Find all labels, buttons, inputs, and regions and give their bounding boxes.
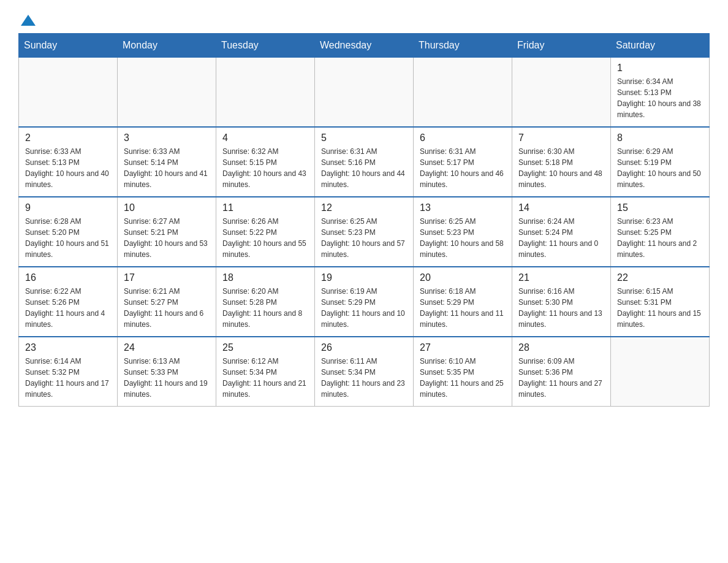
day-info: Sunrise: 6:13 AM Sunset: 5:33 PM Dayligh… — [124, 356, 210, 400]
day-info: Sunrise: 6:31 AM Sunset: 5:17 PM Dayligh… — [420, 146, 506, 190]
calendar-week-row: 9Sunrise: 6:28 AM Sunset: 5:20 PM Daylig… — [19, 197, 710, 267]
day-info: Sunrise: 6:23 AM Sunset: 5:25 PM Dayligh… — [617, 216, 703, 260]
day-number: 12 — [321, 202, 407, 213]
calendar-table: Sunday Monday Tuesday Wednesday Thursday… — [18, 33, 710, 407]
day-number: 25 — [222, 342, 308, 353]
calendar-week-row: 16Sunrise: 6:22 AM Sunset: 5:26 PM Dayli… — [19, 267, 710, 337]
table-row: 20Sunrise: 6:18 AM Sunset: 5:29 PM Dayli… — [414, 267, 512, 337]
day-number: 14 — [518, 202, 604, 213]
table-row: 27Sunrise: 6:10 AM Sunset: 5:35 PM Dayli… — [414, 337, 512, 407]
day-info: Sunrise: 6:20 AM Sunset: 5:28 PM Dayligh… — [222, 286, 308, 330]
svg-marker-0 — [21, 15, 36, 26]
table-row — [118, 58, 216, 128]
day-info: Sunrise: 6:12 AM Sunset: 5:34 PM Dayligh… — [222, 356, 308, 400]
day-info: Sunrise: 6:30 AM Sunset: 5:18 PM Dayligh… — [518, 146, 604, 190]
day-number: 13 — [420, 202, 506, 213]
day-info: Sunrise: 6:33 AM Sunset: 5:13 PM Dayligh… — [25, 146, 111, 190]
col-wednesday: Wednesday — [315, 34, 414, 58]
day-info: Sunrise: 6:25 AM Sunset: 5:23 PM Dayligh… — [321, 216, 407, 260]
day-number: 5 — [321, 132, 407, 144]
table-row: 21Sunrise: 6:16 AM Sunset: 5:30 PM Dayli… — [512, 267, 611, 337]
day-number: 16 — [25, 272, 111, 283]
day-number: 17 — [124, 272, 210, 283]
table-row: 19Sunrise: 6:19 AM Sunset: 5:29 PM Dayli… — [315, 267, 414, 337]
calendar-header: Sunday Monday Tuesday Wednesday Thursday… — [19, 34, 710, 58]
calendar-week-row: 2Sunrise: 6:33 AM Sunset: 5:13 PM Daylig… — [19, 127, 710, 197]
col-tuesday: Tuesday — [216, 34, 315, 58]
day-number: 20 — [420, 272, 506, 283]
logo — [18, 12, 37, 23]
day-number: 15 — [617, 202, 703, 213]
day-info: Sunrise: 6:21 AM Sunset: 5:27 PM Dayligh… — [124, 286, 210, 330]
table-row: 4Sunrise: 6:32 AM Sunset: 5:15 PM Daylig… — [216, 127, 315, 197]
day-number: 2 — [25, 132, 111, 144]
day-number: 27 — [420, 342, 506, 353]
table-row: 6Sunrise: 6:31 AM Sunset: 5:17 PM Daylig… — [414, 127, 512, 197]
day-number: 21 — [518, 272, 604, 283]
calendar-body: 1Sunrise: 6:34 AM Sunset: 5:13 PM Daylig… — [19, 58, 710, 407]
day-number: 3 — [124, 132, 210, 144]
day-info: Sunrise: 6:31 AM Sunset: 5:16 PM Dayligh… — [321, 146, 407, 190]
day-info: Sunrise: 6:15 AM Sunset: 5:31 PM Dayligh… — [617, 286, 703, 330]
col-saturday: Saturday — [611, 34, 710, 58]
day-number: 24 — [124, 342, 210, 353]
table-row: 9Sunrise: 6:28 AM Sunset: 5:20 PM Daylig… — [19, 197, 118, 267]
day-info: Sunrise: 6:16 AM Sunset: 5:30 PM Dayligh… — [518, 286, 604, 330]
day-info: Sunrise: 6:11 AM Sunset: 5:34 PM Dayligh… — [321, 356, 407, 400]
table-row: 3Sunrise: 6:33 AM Sunset: 5:14 PM Daylig… — [118, 127, 216, 197]
day-info: Sunrise: 6:24 AM Sunset: 5:24 PM Dayligh… — [518, 216, 604, 260]
day-info: Sunrise: 6:14 AM Sunset: 5:32 PM Dayligh… — [25, 356, 111, 400]
day-number: 1 — [617, 63, 703, 74]
table-row: 8Sunrise: 6:29 AM Sunset: 5:19 PM Daylig… — [611, 127, 710, 197]
day-number: 6 — [420, 132, 506, 144]
page-header — [18, 12, 710, 23]
table-row: 15Sunrise: 6:23 AM Sunset: 5:25 PM Dayli… — [611, 197, 710, 267]
day-number: 28 — [518, 342, 604, 353]
table-row: 10Sunrise: 6:27 AM Sunset: 5:21 PM Dayli… — [118, 197, 216, 267]
table-row: 7Sunrise: 6:30 AM Sunset: 5:18 PM Daylig… — [512, 127, 611, 197]
col-monday: Monday — [118, 34, 216, 58]
table-row — [315, 58, 414, 128]
day-number: 11 — [222, 202, 308, 213]
table-row: 26Sunrise: 6:11 AM Sunset: 5:34 PM Dayli… — [315, 337, 414, 407]
day-info: Sunrise: 6:18 AM Sunset: 5:29 PM Dayligh… — [420, 286, 506, 330]
table-row — [512, 58, 611, 128]
day-number: 22 — [617, 272, 703, 283]
day-info: Sunrise: 6:19 AM Sunset: 5:29 PM Dayligh… — [321, 286, 407, 330]
day-info: Sunrise: 6:09 AM Sunset: 5:36 PM Dayligh… — [518, 356, 604, 400]
day-info: Sunrise: 6:28 AM Sunset: 5:20 PM Dayligh… — [25, 216, 111, 260]
day-number: 4 — [222, 132, 308, 144]
table-row: 16Sunrise: 6:22 AM Sunset: 5:26 PM Dayli… — [19, 267, 118, 337]
table-row: 12Sunrise: 6:25 AM Sunset: 5:23 PM Dayli… — [315, 197, 414, 267]
table-row — [216, 58, 315, 128]
table-row: 2Sunrise: 6:33 AM Sunset: 5:13 PM Daylig… — [19, 127, 118, 197]
day-number: 10 — [124, 202, 210, 213]
table-row: 14Sunrise: 6:24 AM Sunset: 5:24 PM Dayli… — [512, 197, 611, 267]
table-row — [414, 58, 512, 128]
logo-triangle-icon — [20, 13, 37, 27]
day-info: Sunrise: 6:32 AM Sunset: 5:15 PM Dayligh… — [222, 146, 308, 190]
calendar-week-row: 1Sunrise: 6:34 AM Sunset: 5:13 PM Daylig… — [19, 58, 710, 128]
day-info: Sunrise: 6:26 AM Sunset: 5:22 PM Dayligh… — [222, 216, 308, 260]
day-info: Sunrise: 6:10 AM Sunset: 5:35 PM Dayligh… — [420, 356, 506, 400]
table-row: 17Sunrise: 6:21 AM Sunset: 5:27 PM Dayli… — [118, 267, 216, 337]
table-row: 18Sunrise: 6:20 AM Sunset: 5:28 PM Dayli… — [216, 267, 315, 337]
day-number: 9 — [25, 202, 111, 213]
day-number: 23 — [25, 342, 111, 353]
col-thursday: Thursday — [414, 34, 512, 58]
table-row: 22Sunrise: 6:15 AM Sunset: 5:31 PM Dayli… — [611, 267, 710, 337]
day-info: Sunrise: 6:34 AM Sunset: 5:13 PM Dayligh… — [617, 76, 703, 120]
table-row — [19, 58, 118, 128]
calendar-week-row: 23Sunrise: 6:14 AM Sunset: 5:32 PM Dayli… — [19, 337, 710, 407]
table-row: 25Sunrise: 6:12 AM Sunset: 5:34 PM Dayli… — [216, 337, 315, 407]
table-row: 13Sunrise: 6:25 AM Sunset: 5:23 PM Dayli… — [414, 197, 512, 267]
day-number: 19 — [321, 272, 407, 283]
table-row: 24Sunrise: 6:13 AM Sunset: 5:33 PM Dayli… — [118, 337, 216, 407]
table-row: 11Sunrise: 6:26 AM Sunset: 5:22 PM Dayli… — [216, 197, 315, 267]
day-info: Sunrise: 6:25 AM Sunset: 5:23 PM Dayligh… — [420, 216, 506, 260]
table-row: 23Sunrise: 6:14 AM Sunset: 5:32 PM Dayli… — [19, 337, 118, 407]
table-row: 1Sunrise: 6:34 AM Sunset: 5:13 PM Daylig… — [611, 58, 710, 128]
col-sunday: Sunday — [19, 34, 118, 58]
day-number: 18 — [222, 272, 308, 283]
day-info: Sunrise: 6:33 AM Sunset: 5:14 PM Dayligh… — [124, 146, 210, 190]
